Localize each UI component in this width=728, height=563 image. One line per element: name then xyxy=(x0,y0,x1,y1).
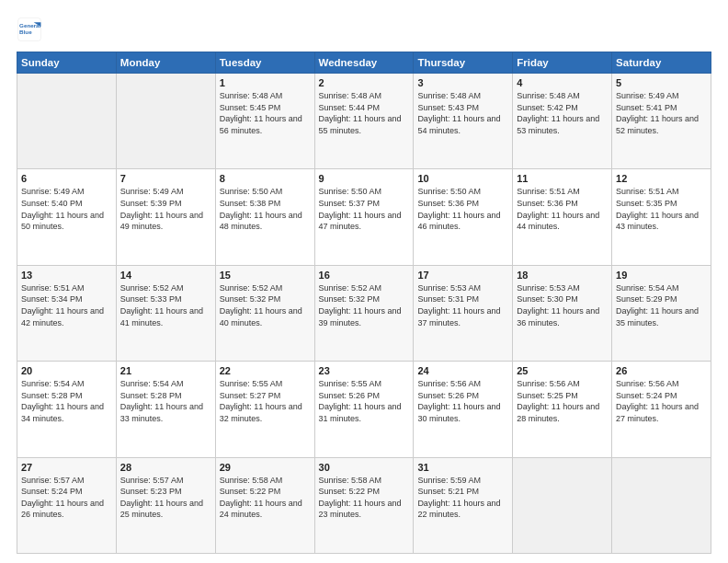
day-number: 13 xyxy=(21,270,112,281)
cell-info: Sunrise: 5:48 AMSunset: 5:42 PMDaylight:… xyxy=(517,90,608,136)
calendar-cell: 31Sunrise: 5:59 AMSunset: 5:21 PMDayligh… xyxy=(414,457,513,553)
cell-info: Sunrise: 5:52 AMSunset: 5:33 PMDaylight:… xyxy=(120,282,211,328)
day-number: 11 xyxy=(517,173,608,184)
cell-info: Sunrise: 5:57 AMSunset: 5:24 PMDaylight:… xyxy=(21,475,112,521)
calendar-cell: 17Sunrise: 5:53 AMSunset: 5:31 PMDayligh… xyxy=(414,265,513,361)
weekday-header: Monday xyxy=(116,52,215,74)
day-number: 24 xyxy=(417,365,508,376)
cell-info: Sunrise: 5:56 AMSunset: 5:26 PMDaylight:… xyxy=(417,378,508,424)
cell-info: Sunrise: 5:52 AMSunset: 5:32 PMDaylight:… xyxy=(319,282,410,328)
cell-info: Sunrise: 5:54 AMSunset: 5:29 PMDaylight:… xyxy=(616,282,707,328)
calendar-cell: 1Sunrise: 5:48 AMSunset: 5:45 PMDaylight… xyxy=(215,74,314,169)
cell-info: Sunrise: 5:48 AMSunset: 5:45 PMDaylight:… xyxy=(220,90,311,136)
cell-info: Sunrise: 5:48 AMSunset: 5:43 PMDaylight:… xyxy=(417,90,508,136)
day-number: 25 xyxy=(517,365,608,376)
day-number: 10 xyxy=(417,173,508,184)
cell-info: Sunrise: 5:54 AMSunset: 5:28 PMDaylight:… xyxy=(21,378,112,424)
logo-icon: General Blue xyxy=(17,17,42,42)
cell-info: Sunrise: 5:54 AMSunset: 5:28 PMDaylight:… xyxy=(120,378,211,424)
cell-info: Sunrise: 5:53 AMSunset: 5:31 PMDaylight:… xyxy=(417,282,508,328)
day-number: 3 xyxy=(417,77,508,88)
day-number: 27 xyxy=(21,462,112,473)
day-number: 26 xyxy=(616,365,707,376)
calendar-cell: 28Sunrise: 5:57 AMSunset: 5:23 PMDayligh… xyxy=(116,457,215,553)
weekday-header: Thursday xyxy=(414,52,513,74)
cell-info: Sunrise: 5:49 AMSunset: 5:40 PMDaylight:… xyxy=(21,186,112,232)
day-number: 8 xyxy=(220,173,311,184)
day-number: 12 xyxy=(616,173,707,184)
day-number: 23 xyxy=(319,365,410,376)
day-number: 22 xyxy=(220,365,311,376)
calendar-cell: 26Sunrise: 5:56 AMSunset: 5:24 PMDayligh… xyxy=(612,362,711,457)
day-number: 7 xyxy=(120,173,211,184)
cell-info: Sunrise: 5:50 AMSunset: 5:36 PMDaylight:… xyxy=(417,186,508,232)
day-number: 6 xyxy=(21,173,112,184)
calendar-header: SundayMondayTuesdayWednesdayThursdayFrid… xyxy=(17,52,711,74)
calendar-cell: 20Sunrise: 5:54 AMSunset: 5:28 PMDayligh… xyxy=(17,362,117,457)
calendar-cell: 8Sunrise: 5:50 AMSunset: 5:38 PMDaylight… xyxy=(215,169,314,265)
calendar-cell: 7Sunrise: 5:49 AMSunset: 5:39 PMDaylight… xyxy=(116,169,215,265)
calendar-cell: 19Sunrise: 5:54 AMSunset: 5:29 PMDayligh… xyxy=(612,265,711,361)
calendar-cell xyxy=(116,74,215,169)
page: General Blue SundayMondayTuesdayWednesda… xyxy=(0,0,728,563)
day-number: 28 xyxy=(120,462,211,473)
cell-info: Sunrise: 5:49 AMSunset: 5:41 PMDaylight:… xyxy=(616,90,707,136)
calendar-cell: 5Sunrise: 5:49 AMSunset: 5:41 PMDaylight… xyxy=(612,74,711,169)
day-number: 18 xyxy=(517,270,608,281)
calendar-week-row: 1Sunrise: 5:48 AMSunset: 5:45 PMDaylight… xyxy=(17,74,711,169)
cell-info: Sunrise: 5:58 AMSunset: 5:22 PMDaylight:… xyxy=(319,475,410,521)
calendar-cell: 6Sunrise: 5:49 AMSunset: 5:40 PMDaylight… xyxy=(17,169,117,265)
day-number: 2 xyxy=(319,77,410,88)
calendar-cell: 22Sunrise: 5:55 AMSunset: 5:27 PMDayligh… xyxy=(215,362,314,457)
calendar-cell: 16Sunrise: 5:52 AMSunset: 5:32 PMDayligh… xyxy=(314,265,414,361)
cell-info: Sunrise: 5:52 AMSunset: 5:32 PMDaylight:… xyxy=(220,282,311,328)
calendar-cell: 14Sunrise: 5:52 AMSunset: 5:33 PMDayligh… xyxy=(116,265,215,361)
day-number: 31 xyxy=(417,462,508,473)
day-number: 9 xyxy=(319,173,410,184)
cell-info: Sunrise: 5:56 AMSunset: 5:24 PMDaylight:… xyxy=(616,378,707,424)
calendar-body: 1Sunrise: 5:48 AMSunset: 5:45 PMDaylight… xyxy=(17,74,711,554)
day-number: 30 xyxy=(319,462,410,473)
cell-info: Sunrise: 5:48 AMSunset: 5:44 PMDaylight:… xyxy=(319,90,410,136)
calendar-cell: 11Sunrise: 5:51 AMSunset: 5:36 PMDayligh… xyxy=(513,169,612,265)
calendar-cell: 13Sunrise: 5:51 AMSunset: 5:34 PMDayligh… xyxy=(17,265,117,361)
calendar-cell: 4Sunrise: 5:48 AMSunset: 5:42 PMDaylight… xyxy=(513,74,612,169)
cell-info: Sunrise: 5:51 AMSunset: 5:34 PMDaylight:… xyxy=(21,282,112,328)
calendar-cell: 21Sunrise: 5:54 AMSunset: 5:28 PMDayligh… xyxy=(116,362,215,457)
cell-info: Sunrise: 5:55 AMSunset: 5:27 PMDaylight:… xyxy=(220,378,311,424)
calendar-cell: 15Sunrise: 5:52 AMSunset: 5:32 PMDayligh… xyxy=(215,265,314,361)
day-number: 17 xyxy=(417,270,508,281)
calendar-cell: 2Sunrise: 5:48 AMSunset: 5:44 PMDaylight… xyxy=(314,74,414,169)
calendar-cell xyxy=(612,457,711,553)
calendar-table: SundayMondayTuesdayWednesdayThursdayFrid… xyxy=(17,52,711,554)
calendar-cell: 9Sunrise: 5:50 AMSunset: 5:37 PMDaylight… xyxy=(314,169,414,265)
cell-info: Sunrise: 5:56 AMSunset: 5:25 PMDaylight:… xyxy=(517,378,608,424)
logo: General Blue xyxy=(17,17,46,42)
cell-info: Sunrise: 5:58 AMSunset: 5:22 PMDaylight:… xyxy=(220,475,311,521)
cell-info: Sunrise: 5:49 AMSunset: 5:39 PMDaylight:… xyxy=(120,186,211,232)
day-number: 14 xyxy=(120,270,211,281)
day-number: 29 xyxy=(220,462,311,473)
cell-info: Sunrise: 5:53 AMSunset: 5:30 PMDaylight:… xyxy=(517,282,608,328)
weekday-header: Saturday xyxy=(612,52,711,74)
calendar-cell: 3Sunrise: 5:48 AMSunset: 5:43 PMDaylight… xyxy=(414,74,513,169)
cell-info: Sunrise: 5:59 AMSunset: 5:21 PMDaylight:… xyxy=(417,475,508,521)
weekday-header: Tuesday xyxy=(215,52,314,74)
cell-info: Sunrise: 5:55 AMSunset: 5:26 PMDaylight:… xyxy=(319,378,410,424)
weekday-row: SundayMondayTuesdayWednesdayThursdayFrid… xyxy=(17,52,711,74)
calendar-cell xyxy=(17,74,117,169)
header: General Blue xyxy=(17,17,711,42)
calendar-cell: 24Sunrise: 5:56 AMSunset: 5:26 PMDayligh… xyxy=(414,362,513,457)
cell-info: Sunrise: 5:51 AMSunset: 5:35 PMDaylight:… xyxy=(616,186,707,232)
calendar-cell: 12Sunrise: 5:51 AMSunset: 5:35 PMDayligh… xyxy=(612,169,711,265)
calendar-cell: 30Sunrise: 5:58 AMSunset: 5:22 PMDayligh… xyxy=(314,457,414,553)
weekday-header: Sunday xyxy=(17,52,117,74)
cell-info: Sunrise: 5:57 AMSunset: 5:23 PMDaylight:… xyxy=(120,475,211,521)
calendar-week-row: 6Sunrise: 5:49 AMSunset: 5:40 PMDaylight… xyxy=(17,169,711,265)
cell-info: Sunrise: 5:51 AMSunset: 5:36 PMDaylight:… xyxy=(517,186,608,232)
weekday-header: Friday xyxy=(513,52,612,74)
calendar-cell: 29Sunrise: 5:58 AMSunset: 5:22 PMDayligh… xyxy=(215,457,314,553)
day-number: 19 xyxy=(616,270,707,281)
cell-info: Sunrise: 5:50 AMSunset: 5:38 PMDaylight:… xyxy=(220,186,311,232)
calendar-week-row: 20Sunrise: 5:54 AMSunset: 5:28 PMDayligh… xyxy=(17,362,711,457)
